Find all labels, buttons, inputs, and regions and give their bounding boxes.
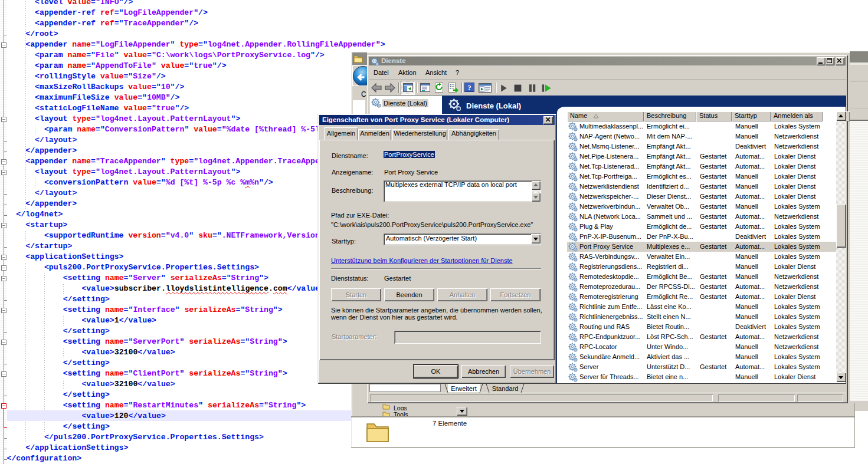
svg-text:Erweitert: Erweitert	[451, 385, 476, 392]
svg-text:?: ?	[467, 83, 471, 92]
svg-text:Standard: Standard	[492, 385, 519, 392]
